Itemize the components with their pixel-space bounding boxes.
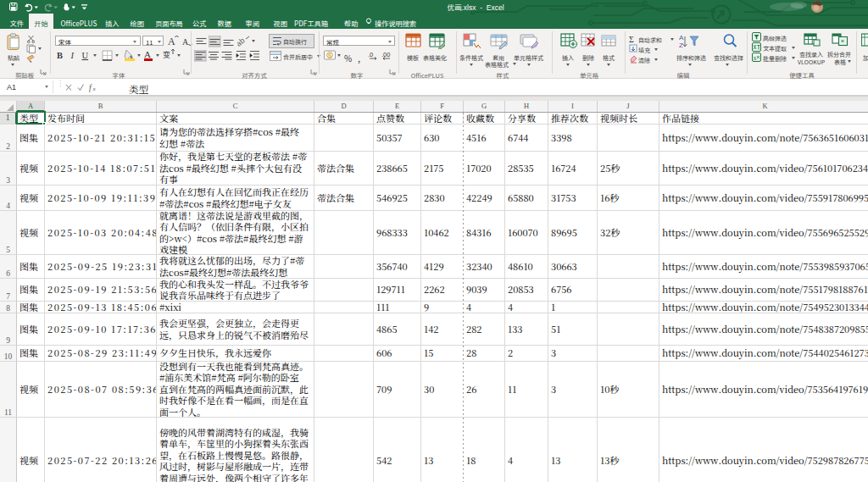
svg-text:B: B (57, 51, 63, 60)
svg-text:Z: Z (679, 42, 683, 49)
svg-text:ab: ab (237, 36, 247, 47)
svg-text:I: I (70, 51, 75, 60)
svg-text:x: x (754, 54, 757, 62)
svg-text:A: A (168, 36, 175, 47)
svg-text:A: A (144, 49, 151, 59)
svg-text:$: $ (328, 52, 332, 59)
svg-text:.0: .0 (368, 51, 373, 58)
svg-text:x: x (92, 86, 97, 92)
svg-text:变: 变 (163, 49, 170, 60)
svg-text:A: A (182, 37, 189, 47)
svg-text:A: A (679, 34, 684, 42)
svg-text:Σ: Σ (629, 35, 634, 44)
svg-text:f: f (89, 84, 92, 92)
svg-text:U: U (82, 51, 89, 60)
svg-text:.00: .00 (381, 51, 390, 58)
